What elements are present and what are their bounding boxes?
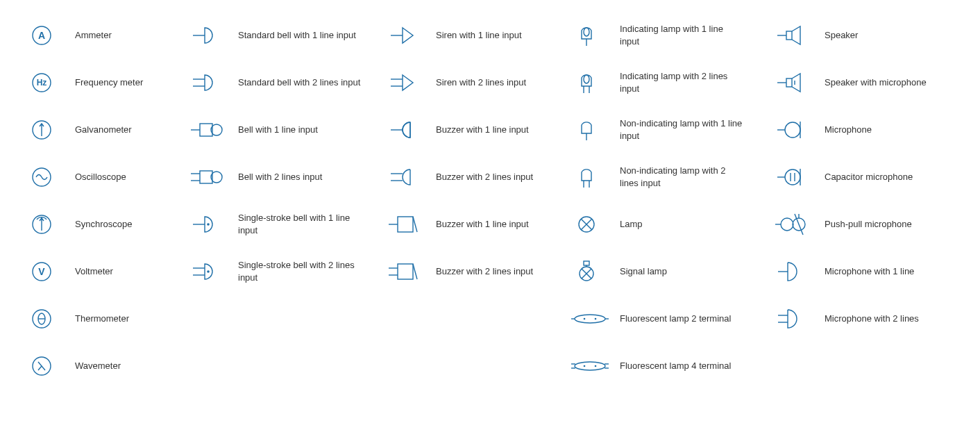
symbol-galvanometer: Galvanometer — [21, 108, 180, 151]
ammeter-label: Ammeter — [69, 29, 112, 42]
oscilloscope-label: Oscilloscope — [69, 171, 126, 183]
speaker-icon — [770, 18, 819, 53]
ss-bell-2-icon — [184, 254, 233, 289]
wavemeter-icon — [21, 349, 69, 383]
column-3: Indicating lamp with 1 line inputIndicat… — [566, 14, 767, 392]
symbol-ind-lamp-1: Indicating lamp with 1 line input — [566, 14, 767, 57]
symbol-buzzer-d-2: Buzzer with 2 lines input — [382, 156, 562, 199]
symbol-cap-mic: Capacitor microphone — [770, 156, 972, 199]
voltmeter-icon — [21, 254, 69, 289]
symbol-thermometer: Thermometer — [21, 297, 180, 340]
oscilloscope-icon — [21, 160, 69, 194]
mic-2-icon — [770, 301, 819, 336]
symbol-ss-bell-1: Single-stroke bell with 1 line input — [184, 203, 378, 246]
symbol-siren-2: Siren with 2 lines input — [382, 61, 562, 104]
buzzer-d-1-icon — [382, 113, 430, 147]
symbol-signal-lamp: Signal lamp — [566, 250, 767, 293]
bell-2-label: Bell with 2 lines input — [233, 171, 322, 183]
std-bell-2-label: Standard bell with 2 lines input — [233, 76, 360, 89]
symbol-lamp: Lamp — [566, 203, 767, 246]
symbol-ss-bell-2: Single-stroke bell with 2 lines input — [184, 250, 378, 293]
std-bell-1-label: Standard bell with 1 line input — [233, 29, 356, 42]
frequency-meter-icon — [21, 65, 69, 100]
ind-lamp-1-icon — [566, 18, 614, 53]
ind-lamp-2-icon — [566, 65, 614, 100]
bell-1-label: Bell with 1 line input — [233, 124, 318, 136]
std-bell-1-icon — [184, 18, 233, 53]
fluor-2-icon — [566, 301, 614, 336]
signal-lamp-icon — [566, 254, 614, 289]
symbol-ind-lamp-2: Indicating lamp with 2 lines input — [566, 61, 767, 104]
buzzer-sq-1-label: Buzzer with 1 line input — [430, 218, 529, 231]
siren-1-icon — [382, 18, 430, 53]
symbol-speaker-mic: Speaker with microphone — [770, 61, 972, 104]
frequency-meter-label: Frequency meter — [69, 76, 143, 89]
column-0: AmmeterFrequency meterGalvanometerOscill… — [21, 14, 180, 392]
push-pull-mic-icon — [770, 207, 819, 242]
push-pull-mic-label: Push-pull microphone — [819, 218, 912, 231]
symbol-grid: AmmeterFrequency meterGalvanometerOscill… — [21, 14, 959, 392]
synchroscope-label: Synchroscope — [69, 218, 132, 231]
buzzer-d-2-icon — [382, 160, 430, 194]
speaker-mic-label: Speaker with microphone — [819, 76, 927, 89]
microphone-label: Microphone — [819, 124, 872, 136]
buzzer-d-2-label: Buzzer with 2 lines input — [430, 171, 533, 183]
cap-mic-label: Capacitor microphone — [819, 171, 913, 183]
ammeter-icon — [21, 18, 69, 53]
symbol-siren-1: Siren with 1 line input — [382, 14, 562, 57]
symbol-bell-2: Bell with 2 lines input — [184, 156, 378, 199]
symbol-push-pull-mic: Push-pull microphone — [770, 203, 972, 246]
mic-2-label: Microphone with 2 lines — [819, 313, 919, 325]
buzzer-sq-1-icon — [382, 207, 430, 242]
buzzer-d-1-label: Buzzer with 1 line input — [430, 124, 529, 136]
ind-lamp-2-label: Indicating lamp with 2 lines input — [614, 70, 745, 94]
symbol-std-bell-2: Standard bell with 2 lines input — [184, 61, 378, 104]
thermometer-label: Thermometer — [69, 313, 129, 325]
symbol-bell-1: Bell with 1 line input — [184, 108, 378, 151]
symbol-buzzer-d-1: Buzzer with 1 line input — [382, 108, 562, 151]
std-bell-2-icon — [184, 65, 233, 100]
ss-bell-1-icon — [184, 207, 233, 242]
symbol-buzzer-sq-2: Buzzer with 2 lines input — [382, 250, 562, 293]
column-1: Standard bell with 1 line inputStandard … — [184, 14, 378, 392]
nonind-lamp-2-label: Non-indicating lamp with 2 lines input — [614, 165, 745, 189]
symbol-synchroscope: Synchroscope — [21, 203, 180, 246]
thermometer-icon — [21, 301, 69, 336]
speaker-label: Speaker — [819, 29, 858, 42]
ss-bell-2-label: Single-stroke bell with 2 lines input — [233, 259, 363, 283]
mic-1-icon — [770, 254, 819, 289]
symbol-fluor-4: Fluorescent lamp 4 terminal — [566, 345, 767, 388]
symbol-nonind-lamp-2: Non-indicating lamp with 2 lines input — [566, 156, 767, 199]
ind-lamp-1-label: Indicating lamp with 1 line input — [614, 23, 745, 47]
symbol-voltmeter: Voltmeter — [21, 250, 180, 293]
nonind-lamp-2-icon — [566, 160, 614, 194]
bell-1-icon — [184, 113, 233, 147]
symbol-std-bell-1: Standard bell with 1 line input — [184, 14, 378, 57]
siren-2-label: Siren with 2 lines input — [430, 76, 526, 89]
nonind-lamp-1-label: Non-indicating lamp with 1 line input — [614, 117, 745, 142]
buzzer-sq-2-label: Buzzer with 2 lines input — [430, 265, 533, 278]
fluor-4-icon — [566, 349, 614, 383]
siren-1-label: Siren with 1 line input — [430, 29, 522, 42]
symbol-speaker: Speaker — [770, 14, 972, 57]
buzzer-sq-2-icon — [382, 254, 430, 289]
cap-mic-icon — [770, 160, 819, 194]
voltmeter-label: Voltmeter — [69, 265, 113, 278]
column-2: Siren with 1 line inputSiren with 2 line… — [382, 14, 562, 392]
symbol-wavemeter: Wavemeter — [21, 345, 180, 388]
wavemeter-label: Wavemeter — [69, 360, 121, 372]
symbol-fluor-2: Fluorescent lamp 2 terminal — [566, 297, 767, 340]
symbol-frequency-meter: Frequency meter — [21, 61, 180, 104]
signal-lamp-label: Signal lamp — [614, 265, 667, 278]
column-4: SpeakerSpeaker with microphoneMicrophone… — [770, 14, 972, 392]
symbol-buzzer-sq-1: Buzzer with 1 line input — [382, 203, 562, 246]
microphone-icon — [770, 113, 819, 147]
symbol-microphone: Microphone — [770, 108, 972, 151]
ss-bell-1-label: Single-stroke bell with 1 line input — [233, 212, 363, 236]
mic-1-label: Microphone with 1 line — [819, 265, 914, 278]
lamp-label: Lamp — [614, 218, 643, 231]
symbol-ammeter: Ammeter — [21, 14, 180, 57]
fluor-4-label: Fluorescent lamp 4 terminal — [614, 360, 731, 372]
synchroscope-icon — [21, 207, 69, 242]
siren-2-icon — [382, 65, 430, 100]
